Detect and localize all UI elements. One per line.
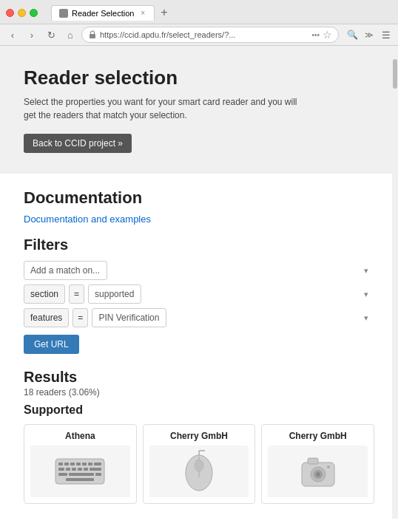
- filter2-operator[interactable]: =: [72, 308, 88, 327]
- reader-name-cherry-2: Cherry GmbH: [268, 431, 368, 441]
- svg-rect-3: [64, 463, 69, 466]
- browser-chrome: Reader Selection × + ‹ › ↻ ⌂ https://cci…: [0, 0, 398, 46]
- svg-rect-5: [76, 463, 81, 466]
- reader-card-cherry-2[interactable]: Cherry GmbH: [261, 424, 374, 504]
- results-title: Results: [24, 369, 374, 386]
- svg-rect-11: [72, 468, 76, 471]
- documentation-title: Documentation: [24, 188, 374, 208]
- camera-image-icon: [296, 449, 340, 494]
- svg-rect-14: [90, 468, 101, 471]
- filter1-value-select[interactable]: supported: [88, 284, 141, 304]
- documentation-link[interactable]: Documentation and examples: [24, 214, 151, 225]
- get-url-button[interactable]: Get URL: [24, 335, 79, 354]
- tab-favicon-icon: [59, 9, 68, 18]
- filter1-operator[interactable]: =: [69, 284, 84, 304]
- reader-name-cherry-1: Cherry GmbH: [149, 431, 249, 441]
- reader-image-cherry-1: [149, 446, 249, 497]
- minimize-window-button[interactable]: [18, 9, 26, 17]
- main-section: Documentation Documentation and examples…: [0, 174, 398, 519]
- nav-icons-group: 🔍 ≫ ☰: [345, 27, 394, 42]
- page-title: Reader selection: [24, 66, 374, 89]
- forward-button[interactable]: ›: [24, 27, 40, 43]
- reader-card-athena[interactable]: Athena: [24, 424, 137, 504]
- svg-rect-8: [94, 463, 101, 466]
- address-bar[interactable]: https://ccid.apdu.fr/select_readers/?...…: [81, 27, 339, 43]
- maximize-window-button[interactable]: [30, 9, 38, 17]
- filters-title: Filters: [24, 236, 374, 253]
- filter1-value-wrapper: supported: [88, 284, 374, 304]
- svg-rect-13: [84, 468, 88, 471]
- svg-rect-17: [95, 473, 101, 476]
- hero-section: Reader selection Select the properties y…: [0, 46, 398, 174]
- scrollbar-track: [392, 52, 398, 519]
- traffic-lights: [6, 9, 38, 17]
- svg-rect-4: [70, 463, 75, 466]
- documentation-section: Documentation Documentation and examples: [24, 188, 374, 225]
- search-icon[interactable]: 🔍: [345, 27, 360, 42]
- add-match-wrapper: Add a match on...: [24, 261, 374, 280]
- bookmark-icon[interactable]: ☆: [323, 29, 332, 41]
- browser-tab-active[interactable]: Reader Selection ×: [51, 5, 155, 21]
- new-tab-button[interactable]: +: [156, 4, 172, 21]
- svg-rect-10: [66, 468, 70, 471]
- tab-close-button[interactable]: ×: [139, 9, 146, 17]
- navigation-bar: ‹ › ↻ ⌂ https://ccid.apdu.fr/select_read…: [0, 24, 398, 45]
- browser-window: Reader Selection × + ‹ › ↻ ⌂ https://cci…: [0, 0, 398, 519]
- filters-section: Filters Add a match on... section =: [24, 236, 374, 354]
- svg-rect-6: [82, 463, 87, 466]
- filter2-value-select[interactable]: PIN Verification: [92, 308, 166, 327]
- mouse-image-icon: [179, 449, 220, 494]
- filter2-tag: features: [24, 308, 69, 327]
- filter2-value-wrapper: PIN Verification: [92, 308, 374, 327]
- address-text: https://ccid.apdu.fr/select_readers/?...: [100, 30, 308, 39]
- refresh-button[interactable]: ↻: [43, 27, 59, 43]
- svg-rect-12: [78, 468, 82, 471]
- reader-image-cherry-2: [268, 446, 368, 497]
- svg-rect-15: [58, 473, 67, 476]
- add-match-select[interactable]: Add a match on...: [24, 261, 107, 280]
- svg-point-29: [327, 466, 330, 468]
- svg-point-21: [195, 460, 203, 471]
- reader-name-athena: Athena: [30, 431, 130, 441]
- reader-card-cherry-1[interactable]: Cherry GmbH: [143, 424, 256, 504]
- keyboard-image-icon: [54, 453, 106, 490]
- svg-point-28: [316, 472, 320, 477]
- svg-rect-2: [58, 463, 63, 466]
- close-window-button[interactable]: [6, 9, 14, 17]
- supported-title: Supported: [24, 403, 374, 417]
- svg-rect-0: [90, 34, 95, 38]
- svg-rect-7: [88, 463, 92, 466]
- title-bar: Reader Selection × +: [0, 0, 398, 24]
- reader-grid: Athena: [24, 424, 374, 504]
- add-match-row: Add a match on...: [24, 261, 374, 280]
- svg-rect-16: [69, 473, 94, 476]
- results-section: Results 18 readers (3.06%) Supported Ath…: [24, 369, 374, 504]
- scrollbar-thumb[interactable]: [393, 59, 397, 89]
- tab-title: Reader Selection: [72, 9, 134, 18]
- svg-rect-25: [308, 458, 318, 464]
- lock-icon: [88, 30, 97, 39]
- back-button[interactable]: ‹: [4, 27, 21, 43]
- extensions-icon[interactable]: ≫: [362, 27, 377, 42]
- svg-rect-9: [58, 468, 64, 471]
- hero-description: Select the properties you want for your …: [24, 95, 305, 122]
- svg-rect-18: [66, 478, 94, 481]
- filter1-tag: section: [24, 284, 65, 304]
- tab-bar: Reader Selection × +: [45, 4, 178, 21]
- home-button[interactable]: ⌂: [62, 27, 78, 43]
- filter-row-1: section = supported: [24, 284, 374, 304]
- filter-row-2: features = PIN Verification: [24, 308, 374, 327]
- back-to-ccid-button[interactable]: Back to CCID project »: [24, 134, 132, 153]
- reader-image-athena: [30, 446, 130, 497]
- address-dots: •••: [311, 31, 320, 39]
- page-content: Reader selection Select the properties y…: [0, 46, 398, 519]
- results-count: 18 readers (3.06%): [24, 387, 374, 398]
- menu-icon[interactable]: ☰: [379, 27, 394, 42]
